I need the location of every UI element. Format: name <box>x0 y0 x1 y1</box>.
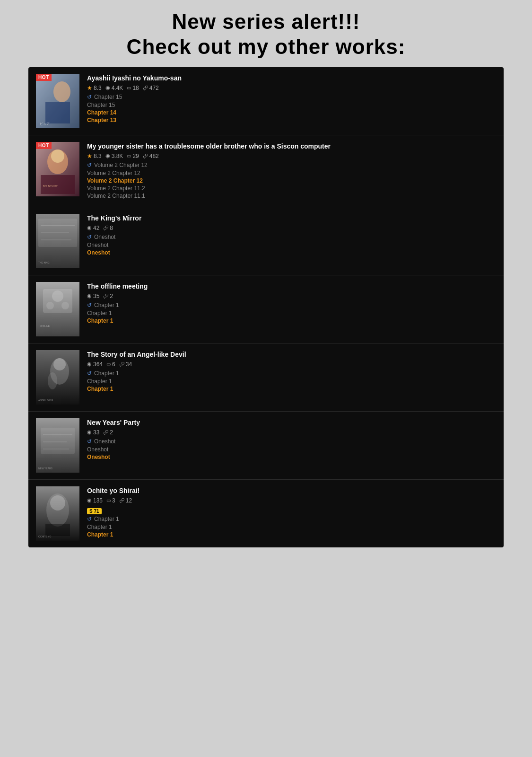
views-value: 33 <box>93 429 99 436</box>
chapter-link[interactable]: Volume 2 Chapter 11.2 <box>87 185 496 192</box>
star-icon: ★ <box>87 153 92 159</box>
comment-icon: 🗪 <box>143 85 148 91</box>
comments-value: 482 <box>149 153 159 159</box>
manga-cover[interactable]: NEW YEARS <box>36 418 79 473</box>
stat-views: ◉42 <box>87 225 99 231</box>
manga-stats: ◉135▭3🗪12 <box>87 497 496 504</box>
svg-text:THE KING: THE KING <box>38 261 50 264</box>
chapter-link[interactable]: Chapter 14 <box>87 109 496 116</box>
manga-cover[interactable]: ANGEL DEVIL <box>36 350 79 405</box>
manga-cover[interactable]: THE KING <box>36 214 79 268</box>
chapter-link[interactable]: Chapter 1 <box>87 531 496 538</box>
chapter-link[interactable]: Oneshot <box>87 242 496 248</box>
svg-text:ANGEL DEVIL: ANGEL DEVIL <box>38 399 54 402</box>
manga-card: OFFLINE The offline meeting◉35🗪2↺Chapter… <box>28 275 504 343</box>
views-value: 3.8K <box>112 153 123 159</box>
last-read-text: Chapter 1 <box>94 370 119 377</box>
comments-value: 2 <box>110 429 113 436</box>
last-read-text: Chapter 1 <box>94 302 119 308</box>
last-read-text: Oneshot <box>94 234 115 240</box>
manga-cover[interactable]: ピュア HOT <box>36 74 79 128</box>
chapter-link[interactable]: Chapter 15 <box>87 102 496 108</box>
svg-rect-10 <box>36 142 79 196</box>
manga-cover[interactable]: OCHITE YO <box>36 486 79 541</box>
manga-info: Ayashii Iyashi no Yakumo-san★8.3◉4.4K▭18… <box>87 74 496 124</box>
stat-views: ◉3.8K <box>105 153 123 159</box>
last-read-chapter: ↺Oneshot <box>87 438 496 445</box>
manga-info: The offline meeting◉35🗪2↺Chapter 1Chapte… <box>87 282 496 325</box>
chapter-link[interactable]: Chapter 1 <box>87 317 496 324</box>
chapter-link[interactable]: Chapter 1 <box>87 378 496 385</box>
chapter-link[interactable]: Chapter 1 <box>87 386 496 392</box>
manga-card: ANGEL DEVIL The Story of an Angel-like D… <box>28 343 504 412</box>
manga-info: The King's Mirror◉42🗪8↺OneshotOneshotOne… <box>87 214 496 257</box>
comments-value: 2 <box>110 293 113 299</box>
manga-title[interactable]: New Years' Party <box>87 418 496 427</box>
last-read-chapter: ↺Volume 2 Chapter 12 <box>87 162 496 168</box>
comment-icon: 🗪 <box>119 498 124 503</box>
chapter-link[interactable]: Volume 2 Chapter 11.1 <box>87 193 496 199</box>
stat-bookmarks: ▭3 <box>106 497 115 504</box>
last-read-text: Chapter 15 <box>94 94 122 100</box>
svg-point-36 <box>50 495 65 511</box>
manga-stats: ★8.3◉3.8K▭29🗪482 <box>87 153 496 159</box>
views-icon: ◉ <box>105 153 110 159</box>
bookmarks-value: 29 <box>132 153 139 159</box>
comments-value: 12 <box>126 497 132 504</box>
comment-icon: 🗪 <box>143 153 148 159</box>
manga-cover[interactable]: MY STORY HOT <box>36 142 79 196</box>
manga-title[interactable]: The Story of an Angel-like Devil <box>87 350 496 359</box>
manga-title[interactable]: Ayashii Iyashi no Yakumo-san <box>87 74 496 82</box>
manga-info: Ochite yo Shirai!◉135▭3🗪12S 71↺Chapter 1… <box>87 486 496 539</box>
bookmark-icon: ▭ <box>127 153 131 158</box>
chapter-link[interactable]: Chapter 1 <box>87 524 496 530</box>
manga-card: MY STORY HOTMy younger sister has a trou… <box>28 135 504 207</box>
manga-title[interactable]: The King's Mirror <box>87 214 496 222</box>
history-icon: ↺ <box>87 516 92 522</box>
chapter-link[interactable]: Volume 2 Chapter 12 <box>87 177 496 184</box>
rating-value: 8.3 <box>94 153 102 159</box>
stat-comments: 🗪2 <box>103 293 113 299</box>
views-value: 42 <box>93 225 99 231</box>
stat-comments: 🗪8 <box>103 225 113 231</box>
chapter-link[interactable]: Oneshot <box>87 454 496 460</box>
chapter-link[interactable]: Oneshot <box>87 249 496 256</box>
views-value: 135 <box>93 497 103 504</box>
stat-views: ◉35 <box>87 293 99 299</box>
svg-point-26 <box>48 372 57 389</box>
manga-info: My younger sister has a troublesome olde… <box>87 142 496 200</box>
manga-title[interactable]: My younger sister has a troublesome olde… <box>87 142 496 150</box>
history-icon: ↺ <box>87 162 92 168</box>
manga-stats: ◉33🗪2 <box>87 429 496 436</box>
chapter-link[interactable]: Volume 2 Chapter 12 <box>87 170 496 176</box>
views-icon: ◉ <box>87 225 92 231</box>
chapter-link[interactable]: Oneshot <box>87 446 496 453</box>
views-value: 4.4K <box>112 85 123 91</box>
chapter-link[interactable]: Chapter 13 <box>87 117 496 123</box>
title-line1: New series alert!!! <box>28 9 504 35</box>
bookmarks-value: 18 <box>132 85 139 91</box>
history-icon: ↺ <box>87 234 92 240</box>
last-read-chapter: ↺Chapter 1 <box>87 370 496 377</box>
last-read-chapter: ↺Chapter 1 <box>87 302 496 308</box>
svg-point-19 <box>52 290 63 302</box>
svg-point-20 <box>46 302 54 309</box>
stat-comments: 🗪12 <box>119 497 132 504</box>
manga-stats: ★8.3◉4.4K▭18🗪472 <box>87 85 496 91</box>
star-icon: ★ <box>87 85 92 91</box>
stat-comments: 🗪472 <box>143 85 159 91</box>
history-icon: ↺ <box>87 370 92 377</box>
manga-stats: ◉35🗪2 <box>87 293 496 299</box>
manga-cover[interactable]: OFFLINE <box>36 282 79 336</box>
manga-title[interactable]: Ochite yo Shirai! <box>87 486 496 495</box>
manga-card: THE KING The King's Mirror◉42🗪8↺OneshotO… <box>28 207 504 275</box>
manga-stats: ◉364▭6🗪34 <box>87 361 496 368</box>
last-read-chapter: ↺Chapter 15 <box>87 94 496 100</box>
chapter-link[interactable]: Chapter 1 <box>87 310 496 317</box>
stat-views: ◉364 <box>87 361 103 368</box>
svg-text:NEW YEARS: NEW YEARS <box>38 467 53 470</box>
bookmarks-value: 6 <box>112 361 115 368</box>
svg-rect-37 <box>45 524 70 536</box>
stat-comments: 🗪34 <box>119 361 132 368</box>
manga-title[interactable]: The offline meeting <box>87 282 496 290</box>
